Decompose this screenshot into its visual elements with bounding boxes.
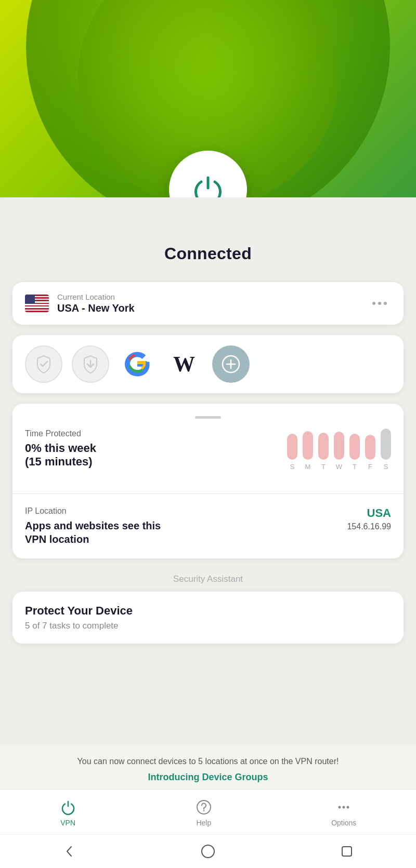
nav-item-vpn[interactable]: VPN bbox=[49, 797, 87, 829]
options-nav-icon bbox=[335, 799, 352, 816]
quick-icon-google[interactable] bbox=[119, 345, 156, 383]
vpn-nav-icon bbox=[60, 799, 76, 816]
ip-address: 154.6.16.99 bbox=[347, 522, 391, 531]
power-button[interactable] bbox=[169, 151, 247, 197]
drag-handle bbox=[195, 416, 221, 419]
ip-right: USA 154.6.16.99 bbox=[347, 506, 391, 531]
power-button-wrapper bbox=[169, 151, 247, 197]
wikipedia-icon: W bbox=[173, 353, 195, 375]
stats-card-inner: Time Protected 0% this week (15 minutes)… bbox=[12, 404, 404, 493]
protect-title: Protect Your Device bbox=[25, 604, 391, 618]
protect-subtitle: 5 of 7 tasks to complete bbox=[25, 621, 391, 631]
nav-item-options[interactable]: Options bbox=[321, 797, 367, 829]
bar-t2 bbox=[349, 434, 360, 460]
bar-label-s1: S bbox=[290, 463, 295, 471]
flag-container bbox=[25, 295, 49, 312]
quick-icon-shield-check[interactable] bbox=[25, 345, 62, 383]
svg-point-4 bbox=[203, 810, 204, 811]
flag-us bbox=[25, 295, 49, 312]
toast-text: You can now connect devices to 5 locatio… bbox=[12, 755, 404, 768]
shield-down-icon bbox=[80, 354, 101, 375]
svg-point-7 bbox=[347, 806, 349, 809]
bar-label-m: M bbox=[305, 463, 311, 471]
time-protected-duration: (15 minutes) bbox=[25, 455, 96, 469]
bar-label-w: W bbox=[336, 463, 342, 471]
dot-1 bbox=[372, 302, 375, 305]
system-nav bbox=[0, 834, 416, 868]
recent-nav-icon bbox=[340, 844, 354, 859]
time-protected-percent: 0% this week bbox=[25, 442, 96, 455]
quick-icon-shield-down[interactable] bbox=[72, 345, 109, 383]
location-card[interactable]: Current Location USA - New York bbox=[12, 282, 404, 325]
bar-item-s1: S bbox=[287, 434, 297, 471]
bar-item-t2: T bbox=[349, 434, 360, 471]
toast-link[interactable]: Introducing Device Groups bbox=[12, 772, 404, 783]
vpn-nav-label: VPN bbox=[60, 819, 75, 827]
ip-label: IP Location bbox=[25, 506, 171, 516]
google-icon bbox=[124, 351, 151, 378]
recent-nav[interactable] bbox=[340, 844, 354, 859]
back-nav-icon bbox=[62, 844, 76, 859]
bar-item-f: F bbox=[365, 435, 375, 471]
bar-chart: S M T W T bbox=[287, 429, 391, 471]
bar-t1 bbox=[318, 433, 329, 460]
ip-country: USA bbox=[347, 506, 391, 520]
help-nav-label: Help bbox=[196, 819, 211, 827]
svg-point-3 bbox=[197, 800, 211, 814]
quick-icon-wikipedia[interactable]: W bbox=[165, 345, 203, 383]
bar-s2 bbox=[381, 429, 391, 460]
dot-3 bbox=[384, 302, 387, 305]
options-nav-label: Options bbox=[331, 819, 356, 827]
ip-section: IP Location Apps and websites see this V… bbox=[12, 494, 404, 558]
bar-label-s2: S bbox=[384, 463, 388, 471]
connection-status: Connected bbox=[164, 244, 252, 263]
help-nav-icon bbox=[196, 799, 212, 816]
location-left: Current Location USA - New York bbox=[25, 292, 135, 314]
location-label: Current Location bbox=[57, 292, 135, 301]
svg-point-6 bbox=[343, 806, 345, 809]
bottom-nav: VPN Help Options bbox=[0, 789, 416, 834]
bar-item-s2: S bbox=[381, 429, 391, 471]
stats-card: Time Protected 0% this week (15 minutes)… bbox=[12, 404, 404, 558]
security-card[interactable]: Protect Your Device 5 of 7 tasks to comp… bbox=[12, 592, 404, 644]
main-content: Connected Current Location USA - New Yor… bbox=[0, 197, 416, 746]
location-name: USA - New York bbox=[57, 302, 135, 314]
time-protected-text: Time Protected 0% this week (15 minutes) bbox=[25, 429, 96, 469]
help-icon bbox=[196, 799, 212, 815]
nav-item-help[interactable]: Help bbox=[185, 797, 223, 829]
ip-description: Apps and websites see this VPN location bbox=[25, 519, 171, 546]
header-background bbox=[0, 0, 416, 197]
quick-icon-add[interactable] bbox=[212, 345, 250, 383]
dot-2 bbox=[378, 302, 381, 305]
more-options-button[interactable] bbox=[368, 298, 391, 309]
svg-point-5 bbox=[339, 806, 341, 809]
bar-item-m: M bbox=[303, 431, 313, 471]
location-text: Current Location USA - New York bbox=[57, 292, 135, 314]
bar-label-f: F bbox=[368, 463, 372, 471]
home-nav[interactable] bbox=[201, 844, 215, 859]
options-icon bbox=[336, 799, 352, 815]
power-nav-icon bbox=[60, 799, 76, 815]
security-assistant-label: Security Assistant bbox=[12, 574, 404, 584]
time-protected-section: Time Protected 0% this week (15 minutes)… bbox=[25, 429, 391, 483]
time-protected-label: Time Protected bbox=[25, 429, 96, 438]
quick-access-card: W bbox=[12, 335, 404, 393]
svg-point-8 bbox=[202, 845, 214, 858]
home-nav-icon bbox=[201, 844, 215, 859]
add-icon bbox=[222, 355, 240, 373]
ip-left: IP Location Apps and websites see this V… bbox=[25, 506, 171, 546]
shield-check-icon bbox=[33, 354, 54, 375]
bar-f bbox=[365, 435, 375, 460]
bar-label-t2: T bbox=[353, 463, 357, 471]
flag-canton bbox=[25, 295, 35, 304]
back-nav[interactable] bbox=[62, 844, 76, 859]
bar-item-w: W bbox=[334, 432, 344, 471]
bar-m bbox=[303, 431, 313, 460]
power-icon bbox=[190, 171, 226, 197]
bar-w bbox=[334, 432, 344, 460]
bar-label-t1: T bbox=[321, 463, 326, 471]
toast-banner: You can now connect devices to 5 locatio… bbox=[0, 746, 416, 789]
bar-s1 bbox=[287, 434, 297, 460]
svg-rect-9 bbox=[342, 847, 352, 856]
bar-item-t1: T bbox=[318, 433, 329, 471]
